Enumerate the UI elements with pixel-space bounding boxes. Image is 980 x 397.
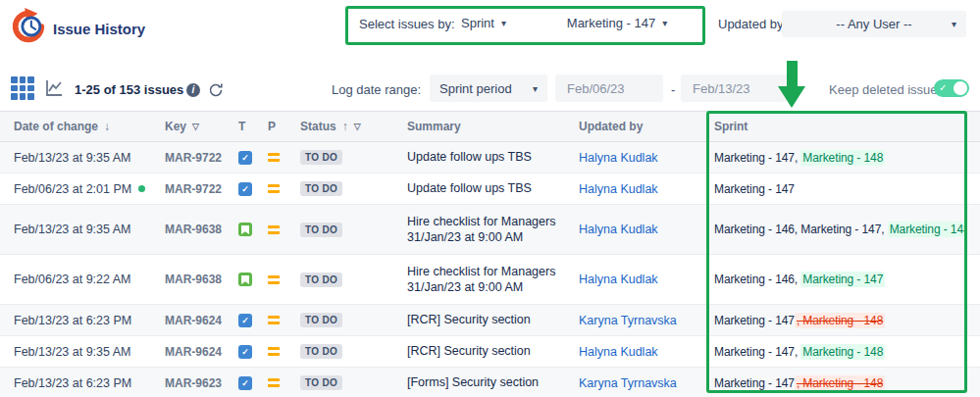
updated-by-cell: Karyna Tyrnavska (579, 368, 706, 397)
column-label: Updated by (579, 120, 643, 133)
select-issues-by-label: Select issues by: (359, 17, 455, 31)
summary-line: [RCR] Security section (407, 312, 531, 327)
column-label: Key (165, 120, 186, 133)
issue-type-cell: ✓ (238, 174, 252, 204)
user-link[interactable]: Karyna Tyrnavska (579, 376, 677, 390)
column-header-priority[interactable]: P (268, 112, 276, 141)
date-of-change-cell: Feb/13/23 at 9:35 AM (14, 336, 131, 367)
updated-by-value: -- Any User -- (836, 17, 911, 31)
chart-view-icon[interactable] (44, 78, 64, 98)
column-header-key[interactable]: Key ▽ (165, 112, 199, 141)
summary-line: Hire checklist for Managers (407, 214, 555, 229)
updated-by-cell: Halyna Kudlak (579, 255, 706, 304)
issue-type-cell: ✓ (238, 368, 252, 397)
filter-icon[interactable]: ▽ (354, 122, 361, 131)
table-row: Feb/13/23 at 6:23 PMMAR-9624✓TO DO[RCR] … (0, 305, 980, 336)
sprint-cell: Marketing - 147, Marketing - 148 (714, 368, 965, 397)
status-cell: TO DO (300, 142, 342, 173)
period-select-value: Sprint period (439, 81, 512, 96)
sort-desc-icon[interactable]: ↓ (104, 120, 110, 133)
status-badge: TO DO (300, 375, 342, 390)
date-text: Feb/13/23 at 9:35 AM (14, 223, 131, 236)
task-icon: ✓ (238, 345, 252, 359)
issue-key[interactable]: MAR-9623 (165, 368, 222, 397)
filter-icon[interactable]: ▽ (192, 122, 199, 131)
sprint-value-added: Marketing - 147 (800, 272, 885, 287)
user-link[interactable]: Karyna Tyrnavska (579, 314, 677, 327)
keep-deleted-issues-label: Keep deleted issues (829, 82, 944, 97)
table-header: Date of change ↓ Key ▽ T P Status ↑ ▽ Su… (0, 112, 980, 142)
updated-by-select[interactable]: -- Any User -- ▾ (782, 11, 966, 37)
table-row: Feb/13/23 at 9:35 AMMAR-9722✓TO DOUpdate… (0, 142, 980, 174)
keep-deleted-toggle[interactable]: ✓ (934, 79, 969, 97)
issue-source-value: Sprint (461, 16, 494, 30)
summary-line: Update follow ups TBS (407, 149, 532, 165)
issue-key[interactable]: MAR-9638 (165, 255, 222, 304)
table-row: Feb/06/23 at 9:22 AMMAR-9638TO DOHire ch… (0, 255, 980, 305)
summary-line: [RCR] Security section (407, 343, 531, 359)
column-label: Date of change (14, 120, 98, 133)
sprint-select[interactable]: Marketing - 147 ▾ (538, 16, 696, 30)
sprint-cell: Marketing - 147 (714, 174, 965, 204)
sprint-value-none: Marketing - 147 (714, 151, 795, 165)
sprint-value-removed: , Marketing - 148 (795, 375, 885, 391)
sprint-value-removed: , Marketing - 148 (795, 313, 885, 328)
sprint-value-none: Marketing - 147 (714, 376, 795, 390)
table-row: Feb/06/23 at 2:01 PMMAR-9722✓TO DOUpdate… (0, 174, 980, 205)
column-header-summary[interactable]: Summary (407, 112, 572, 141)
date-from-input[interactable]: Feb/06/23 (555, 74, 663, 102)
summary-cell: Hire checklist for Managers31/Jan/23 at … (407, 205, 572, 254)
column-header-status[interactable]: Status ↑ ▽ (300, 112, 361, 141)
task-icon: ✓ (238, 182, 252, 196)
priority-cell (268, 205, 280, 254)
summary-cell: [RCR] Security section (407, 336, 572, 367)
chevron-down-icon: ▾ (952, 19, 956, 29)
issue-history-table: Date of change ↓ Key ▽ T P Status ↑ ▽ Su… (0, 111, 980, 397)
user-link[interactable]: Halyna Kudlak (579, 273, 658, 286)
user-link[interactable]: Halyna Kudlak (579, 345, 658, 359)
column-label: Summary (407, 120, 461, 133)
sprint-value-none: Marketing - 147 (714, 182, 795, 196)
user-link[interactable]: Halyna Kudlak (579, 151, 658, 165)
date-of-change-cell: Feb/06/23 at 2:01 PM (14, 174, 145, 204)
user-link[interactable]: Halyna Kudlak (579, 223, 658, 236)
priority-medium-icon (268, 153, 280, 162)
results-count: 1-25 of 153 issues (75, 82, 183, 97)
task-icon: ✓ (238, 151, 252, 165)
status-cell: TO DO (300, 255, 342, 304)
issue-source-select[interactable]: Sprint ▾ (461, 16, 506, 30)
period-select[interactable]: Sprint period ▾ (430, 74, 547, 102)
date-text: Feb/13/23 at 6:23 PM (14, 376, 131, 390)
new-change-dot (138, 185, 145, 192)
status-badge: TO DO (300, 273, 342, 287)
status-badge: TO DO (300, 223, 342, 237)
issue-type-cell: ✓ (238, 305, 252, 335)
column-header-date-of-change[interactable]: Date of change ↓ (14, 112, 110, 141)
issue-key[interactable]: MAR-9624 (165, 305, 222, 335)
column-label: Status (300, 120, 336, 133)
toggle-check-icon: ✓ (939, 81, 947, 95)
refresh-icon[interactable] (208, 82, 224, 102)
column-header-sprint[interactable]: Sprint (714, 112, 965, 141)
date-of-change-cell: Feb/13/23 at 6:23 PM (14, 305, 131, 335)
date-of-change-cell: Feb/13/23 at 6:23 PM (14, 368, 131, 397)
issue-key[interactable]: MAR-9624 (165, 336, 222, 367)
sort-asc-icon[interactable]: ↑ (342, 120, 348, 133)
table-view-button[interactable] (10, 75, 35, 101)
status-cell: TO DO (300, 174, 342, 204)
table-row: Feb/13/23 at 9:35 AMMAR-9638TO DOHire ch… (0, 205, 980, 255)
status-cell: TO DO (300, 368, 342, 397)
table-row: Feb/13/23 at 6:23 PMMAR-9623✓TO DO[Forms… (0, 368, 980, 397)
date-to-input[interactable]: Feb/13/23 (681, 74, 789, 102)
issue-key[interactable]: MAR-9722 (165, 142, 222, 173)
status-badge: TO DO (300, 150, 342, 165)
column-header-type[interactable]: T (238, 112, 245, 141)
date-text: Feb/13/23 at 9:35 AM (14, 345, 131, 359)
issue-key[interactable]: MAR-9722 (165, 174, 222, 204)
issue-key[interactable]: MAR-9638 (165, 205, 222, 254)
user-link[interactable]: Halyna Kudlak (579, 182, 658, 196)
column-header-updated-by[interactable]: Updated by (579, 112, 706, 141)
info-icon[interactable]: i (186, 83, 200, 97)
summary-cell: [Forms] Security section (407, 368, 572, 397)
priority-cell (268, 305, 280, 335)
